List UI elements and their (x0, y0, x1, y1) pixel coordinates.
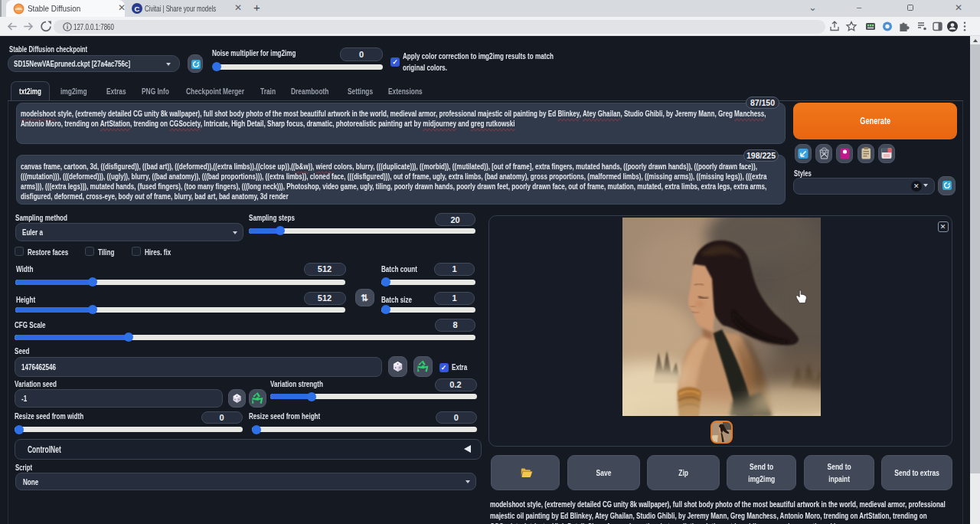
svg-text:C: C (135, 5, 140, 13)
